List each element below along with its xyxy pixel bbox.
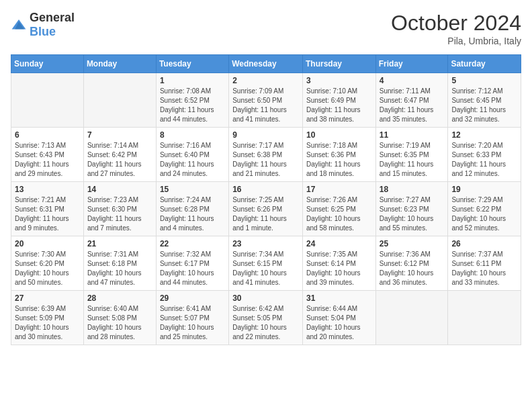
- day-info: Sunrise: 7:36 AM Sunset: 6:12 PM Dayligh…: [380, 250, 445, 287]
- day-info: Sunrise: 7:09 AM Sunset: 6:50 PM Dayligh…: [232, 87, 299, 124]
- day-number: 19: [451, 185, 517, 194]
- day-number: 20: [15, 239, 80, 248]
- calendar-cell: [83, 73, 156, 128]
- calendar-cell: 28Sunrise: 6:40 AM Sunset: 5:08 PM Dayli…: [83, 291, 156, 345]
- day-info: Sunrise: 7:13 AM Sunset: 6:43 PM Dayligh…: [15, 141, 80, 179]
- day-info: Sunrise: 7:17 AM Sunset: 6:38 PM Dayligh…: [232, 141, 299, 179]
- weekday-header-saturday: Saturday: [448, 55, 521, 73]
- day-number: 22: [160, 239, 225, 248]
- day-number: 23: [232, 239, 299, 248]
- calendar-cell: 20Sunrise: 7:30 AM Sunset: 6:20 PM Dayli…: [11, 236, 84, 291]
- day-info: Sunrise: 7:24 AM Sunset: 6:28 PM Dayligh…: [160, 195, 225, 233]
- day-info: Sunrise: 7:29 AM Sunset: 6:22 PM Dayligh…: [451, 195, 517, 233]
- weekday-header-sunday: Sunday: [11, 55, 84, 73]
- day-info: Sunrise: 7:21 AM Sunset: 6:31 PM Dayligh…: [15, 195, 80, 233]
- calendar-cell: 4Sunrise: 7:11 AM Sunset: 6:47 PM Daylig…: [375, 73, 448, 128]
- calendar-cell: 10Sunrise: 7:18 AM Sunset: 6:36 PM Dayli…: [302, 128, 375, 182]
- day-info: Sunrise: 7:16 AM Sunset: 6:40 PM Dayligh…: [160, 141, 225, 179]
- day-number: 7: [87, 130, 152, 140]
- day-number: 6: [15, 130, 80, 140]
- calendar-cell: 29Sunrise: 6:41 AM Sunset: 5:07 PM Dayli…: [156, 291, 228, 345]
- day-number: 3: [306, 76, 372, 85]
- logo: General Blue: [11, 11, 75, 39]
- calendar-cell: 15Sunrise: 7:24 AM Sunset: 6:28 PM Dayli…: [156, 182, 228, 236]
- day-number: 5: [451, 76, 517, 85]
- calendar-cell: 3Sunrise: 7:10 AM Sunset: 6:49 PM Daylig…: [302, 73, 375, 128]
- day-info: Sunrise: 7:23 AM Sunset: 6:30 PM Dayligh…: [87, 195, 152, 233]
- calendar-cell: 23Sunrise: 7:34 AM Sunset: 6:15 PM Dayli…: [229, 236, 303, 291]
- day-info: Sunrise: 7:32 AM Sunset: 6:17 PM Dayligh…: [160, 250, 225, 287]
- day-number: 24: [306, 239, 372, 248]
- calendar-cell: [375, 291, 448, 345]
- calendar-cell: 14Sunrise: 7:23 AM Sunset: 6:30 PM Dayli…: [83, 182, 156, 236]
- calendar-cell: [448, 291, 521, 345]
- title-area: October 2024 Pila, Umbria, Italy: [391, 11, 521, 46]
- weekday-header-monday: Monday: [83, 55, 156, 73]
- day-info: Sunrise: 7:25 AM Sunset: 6:26 PM Dayligh…: [232, 195, 299, 233]
- day-number: 25: [380, 239, 445, 248]
- calendar-cell: 24Sunrise: 7:35 AM Sunset: 6:14 PM Dayli…: [302, 236, 375, 291]
- day-info: Sunrise: 7:10 AM Sunset: 6:49 PM Dayligh…: [306, 87, 372, 124]
- calendar-cell: 17Sunrise: 7:26 AM Sunset: 6:25 PM Dayli…: [302, 182, 375, 236]
- calendar-cell: 16Sunrise: 7:25 AM Sunset: 6:26 PM Dayli…: [229, 182, 303, 236]
- calendar-cell: 12Sunrise: 7:20 AM Sunset: 6:33 PM Dayli…: [448, 128, 521, 182]
- page-header: General Blue October 2024 Pila, Umbria, …: [11, 11, 521, 46]
- day-info: Sunrise: 7:31 AM Sunset: 6:18 PM Dayligh…: [87, 250, 152, 287]
- day-info: Sunrise: 6:41 AM Sunset: 5:07 PM Dayligh…: [160, 304, 225, 342]
- day-info: Sunrise: 7:14 AM Sunset: 6:42 PM Dayligh…: [87, 141, 152, 179]
- calendar-cell: 21Sunrise: 7:31 AM Sunset: 6:18 PM Dayli…: [83, 236, 156, 291]
- calendar-week-row: 1Sunrise: 7:08 AM Sunset: 6:52 PM Daylig…: [11, 73, 521, 128]
- day-number: 30: [232, 293, 299, 303]
- day-number: 12: [451, 130, 517, 140]
- calendar-table: SundayMondayTuesdayWednesdayThursdayFrid…: [11, 54, 521, 345]
- day-info: Sunrise: 6:42 AM Sunset: 5:05 PM Dayligh…: [232, 304, 299, 342]
- calendar-cell: 1Sunrise: 7:08 AM Sunset: 6:52 PM Daylig…: [156, 73, 228, 128]
- weekday-header-wednesday: Wednesday: [229, 55, 303, 73]
- day-info: Sunrise: 7:08 AM Sunset: 6:52 PM Dayligh…: [160, 87, 225, 124]
- day-number: 17: [306, 185, 372, 194]
- day-info: Sunrise: 7:19 AM Sunset: 6:35 PM Dayligh…: [380, 141, 445, 179]
- day-info: Sunrise: 7:11 AM Sunset: 6:47 PM Dayligh…: [380, 87, 445, 124]
- day-info: Sunrise: 7:27 AM Sunset: 6:23 PM Dayligh…: [380, 195, 445, 233]
- day-number: 10: [306, 130, 372, 140]
- day-info: Sunrise: 7:26 AM Sunset: 6:25 PM Dayligh…: [306, 195, 372, 233]
- weekday-header-row: SundayMondayTuesdayWednesdayThursdayFrid…: [11, 55, 521, 73]
- day-info: Sunrise: 6:39 AM Sunset: 5:09 PM Dayligh…: [15, 304, 80, 342]
- calendar-cell: 9Sunrise: 7:17 AM Sunset: 6:38 PM Daylig…: [229, 128, 303, 182]
- day-info: Sunrise: 7:37 AM Sunset: 6:11 PM Dayligh…: [451, 250, 517, 287]
- weekday-header-thursday: Thursday: [302, 55, 375, 73]
- day-number: 16: [232, 185, 299, 194]
- calendar-cell: 31Sunrise: 6:44 AM Sunset: 5:04 PM Dayli…: [302, 291, 375, 345]
- calendar-cell: 27Sunrise: 6:39 AM Sunset: 5:09 PM Dayli…: [11, 291, 84, 345]
- day-number: 29: [160, 293, 225, 303]
- weekday-header-friday: Friday: [375, 55, 448, 73]
- day-number: 26: [451, 239, 517, 248]
- calendar-cell: 30Sunrise: 6:42 AM Sunset: 5:05 PM Dayli…: [229, 291, 303, 345]
- day-number: 31: [306, 293, 372, 303]
- calendar-cell: 25Sunrise: 7:36 AM Sunset: 6:12 PM Dayli…: [375, 236, 448, 291]
- day-number: 18: [380, 185, 445, 194]
- day-number: 1: [160, 76, 225, 85]
- day-number: 27: [15, 293, 80, 303]
- calendar-cell: 18Sunrise: 7:27 AM Sunset: 6:23 PM Dayli…: [375, 182, 448, 236]
- month-title: October 2024: [391, 11, 521, 36]
- day-number: 4: [380, 76, 445, 85]
- day-number: 9: [232, 130, 299, 140]
- day-number: 13: [15, 185, 80, 194]
- calendar-cell: 5Sunrise: 7:12 AM Sunset: 6:45 PM Daylig…: [448, 73, 521, 128]
- location-title: Pila, Umbria, Italy: [391, 36, 521, 46]
- calendar-week-row: 13Sunrise: 7:21 AM Sunset: 6:31 PM Dayli…: [11, 182, 521, 236]
- calendar-week-row: 27Sunrise: 6:39 AM Sunset: 5:09 PM Dayli…: [11, 291, 521, 345]
- day-info: Sunrise: 6:44 AM Sunset: 5:04 PM Dayligh…: [306, 304, 372, 342]
- day-number: 11: [380, 130, 445, 140]
- logo-general-text: General: [30, 11, 75, 24]
- calendar-cell: [11, 73, 84, 128]
- calendar-cell: 13Sunrise: 7:21 AM Sunset: 6:31 PM Dayli…: [11, 182, 84, 236]
- calendar-cell: 22Sunrise: 7:32 AM Sunset: 6:17 PM Dayli…: [156, 236, 228, 291]
- day-number: 14: [87, 185, 152, 194]
- calendar-cell: 11Sunrise: 7:19 AM Sunset: 6:35 PM Dayli…: [375, 128, 448, 182]
- day-info: Sunrise: 7:34 AM Sunset: 6:15 PM Dayligh…: [232, 250, 299, 287]
- day-number: 28: [87, 293, 152, 303]
- calendar-cell: 8Sunrise: 7:16 AM Sunset: 6:40 PM Daylig…: [156, 128, 228, 182]
- day-number: 2: [232, 76, 299, 85]
